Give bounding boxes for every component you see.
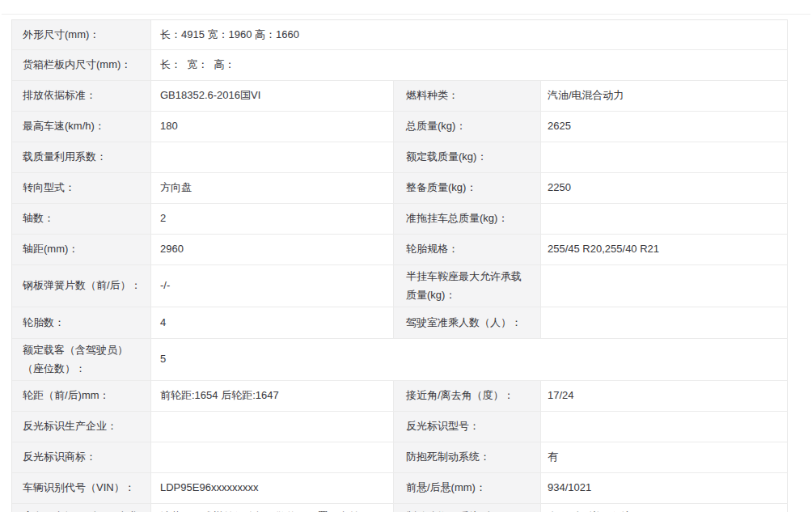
vehicle-spec-page: 外形尺寸(mm)：长：4915 宽：1960 高：1660货箱栏板内尺寸(mm)… [0, 0, 812, 512]
table-row: 底盘（车辆）型号及企业：选装不同式样前保险杠、散热器面罩及车轮制动防抱死系统型号… [12, 504, 787, 512]
spec-value: 4 [150, 307, 393, 338]
spec-value: 2250 [540, 173, 787, 203]
table-row: 轮胎数：4驾驶室准乘人数（人）： [12, 307, 787, 339]
spec-label: 转向型式： [12, 173, 150, 203]
spec-label: 防抱死制动系统： [393, 442, 540, 472]
spec-label: 额定载客（含驾驶员） （座位数）： [12, 339, 150, 380]
spec-label: 底盘（车辆）型号及企业： [12, 504, 150, 512]
spec-label: 反光标识商标： [12, 442, 150, 472]
spec-label: 整备质量(kg)： [393, 173, 540, 203]
spec-label: 轴距(mm)： [12, 235, 150, 264]
spec-value: 934/1021 [540, 473, 787, 503]
spec-label: 最高车速(km/h)： [12, 112, 150, 142]
spec-label: 制动防抱死系统型号： [393, 504, 540, 512]
table-row: 外形尺寸(mm)：长：4915 宽：1960 高：1660 [12, 20, 787, 50]
spec-value [540, 307, 787, 338]
table-row: 反光标识生产企业：反光标识型号： [12, 412, 787, 442]
spec-label: 载质量利用系数： [12, 142, 150, 172]
top-divider [2, 14, 810, 15]
spec-value: -/- [150, 265, 393, 307]
spec-label: 反光标识型号： [393, 412, 540, 442]
spec-value: LDP95E96xxxxxxxxx [150, 473, 393, 503]
table-row: 反光标识商标：防抱死制动系统：有 [12, 442, 787, 473]
spec-label: 货箱栏板内尺寸(mm)： [12, 50, 150, 80]
table-row: 最高车速(km/h)：180总质量(kg)：2625 [12, 112, 787, 142]
spec-label: 驾驶室准乘人数（人）： [393, 307, 540, 338]
spec-label: 轮胎规格： [393, 235, 540, 264]
table-row: 转向型式：方向盘整备质量(kg)：2250 [12, 173, 787, 204]
table-row: 轴距(mm)：2960轮胎规格：255/45 R20,255/40 R21 [12, 235, 787, 265]
spec-label: 接近角/离去角（度）： [393, 381, 540, 411]
spec-label: 总质量(kg)： [393, 112, 540, 142]
spec-value: 255/45 R20,255/40 R21 [540, 235, 787, 264]
spec-value [150, 412, 393, 442]
spec-label: 外形尺寸(mm)： [12, 20, 150, 49]
spec-label: 轮胎数： [12, 307, 150, 338]
spec-value: 汽油/电混合动力 [540, 81, 787, 111]
spec-value: 有 [540, 442, 787, 472]
spec-value: 17/24 [540, 381, 787, 411]
table-row: 额定载客（含驾驶员） （座位数）：5 [12, 339, 787, 381]
spec-value: GB18352.6-2016国VI [150, 81, 393, 111]
spec-label: 反光标识生产企业： [12, 412, 150, 442]
table-row: 钢板弹簧片数（前/后）：-/-半挂车鞍座最大允许承载 质量(kg)： [12, 265, 787, 307]
spec-value: 长：4915 宽：1960 高：1660 [150, 20, 787, 49]
spec-label: 排放依据标准： [12, 81, 150, 111]
spec-value [540, 265, 787, 307]
table-row: 轮距（前/后)mm：前轮距:1654 后轮距:1647接近角/离去角（度）：17… [12, 381, 787, 412]
spec-label: 半挂车鞍座最大允许承载 质量(kg)： [393, 265, 540, 307]
spec-label: 轴数： [12, 204, 150, 234]
spec-label: 车辆识别代号（VIN）： [12, 473, 150, 503]
spec-value [150, 442, 393, 472]
table-row: 车辆识别代号（VIN）：LDP95E96xxxxxxxxx前悬/后悬(mm)：9… [12, 473, 787, 504]
spec-label: 额定载质量(kg)： [393, 142, 540, 172]
spec-label: 准拖挂车总质量(kg)： [393, 204, 540, 234]
spec-table: 外形尺寸(mm)：长：4915 宽：1960 高：1660货箱栏板内尺寸(mm)… [11, 19, 788, 512]
spec-value: 方向盘 [150, 173, 393, 203]
table-row: 货箱栏板内尺寸(mm)：长： 宽： 高： [12, 50, 787, 81]
spec-value: 2960 [150, 235, 393, 264]
spec-value [540, 142, 787, 172]
table-row: 轴数：2准拖挂车总质量(kg)： [12, 204, 787, 235]
spec-label: 前悬/后悬(mm)： [393, 473, 540, 503]
spec-value: 2625 [540, 112, 787, 142]
spec-value: 有，型号详见备注 [540, 504, 787, 512]
spec-value: 选装不同式样前保险杠、散热器面罩及车轮 [150, 504, 393, 512]
table-row: 载质量利用系数：额定载质量(kg)： [12, 142, 787, 173]
spec-label: 轮距（前/后)mm： [12, 381, 150, 411]
spec-label: 钢板弹簧片数（前/后）： [12, 265, 150, 307]
spec-value: 长： 宽： 高： [150, 50, 787, 80]
spec-label: 燃料种类： [393, 81, 540, 111]
spec-value: 前轮距:1654 后轮距:1647 [150, 381, 393, 411]
table-row: 排放依据标准：GB18352.6-2016国VI燃料种类：汽油/电混合动力 [12, 81, 787, 112]
spec-value: 180 [150, 112, 393, 142]
spec-value [540, 412, 787, 442]
spec-value [540, 204, 787, 234]
spec-value: 2 [150, 204, 393, 234]
spec-value [150, 142, 393, 172]
spec-value: 5 [150, 339, 787, 380]
